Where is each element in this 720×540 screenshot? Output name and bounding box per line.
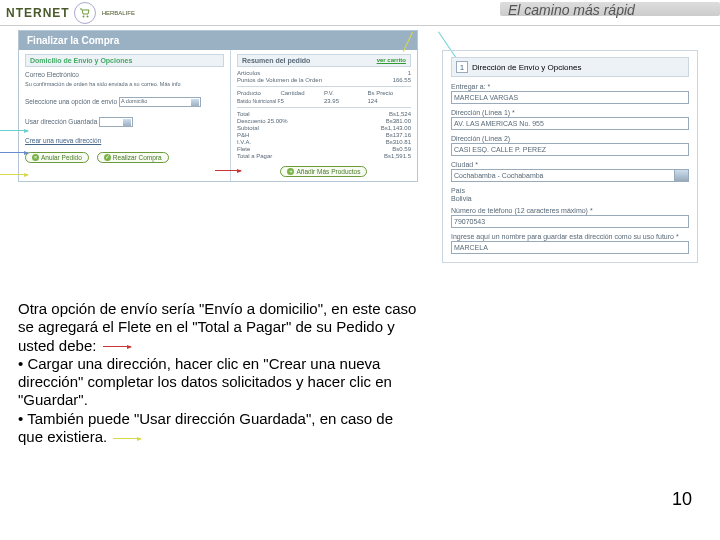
svg-point-0 [82,15,84,17]
city-label: Ciudad * [451,161,689,168]
checkout-box: Finalizar la Compra Domicilio de Envío y… [18,30,418,182]
explanation-text: Otra opción de envío sería "Envío a domi… [18,300,418,446]
address-panel: 1Dirección de Envío y Opciones Entregar … [442,50,698,263]
summary-title: Resumen del pedido [242,57,310,64]
step-number: 1 [456,61,468,73]
page-number: 10 [672,489,692,510]
phone-label: Número de teléfono (12 caracteres máximo… [451,207,689,214]
pointer-arrow [215,170,241,171]
view-cart-link[interactable]: ver carrito [377,57,406,64]
inline-arrow-icon [103,346,131,347]
shipping-select-label: Seleccione una opción de envío [25,98,117,105]
place-order-button[interactable]: ✓Realizar Compra [97,152,169,163]
saved-address-label: Usar dirección Guardada [25,118,97,125]
country-value: Bolivia [451,195,689,202]
shipping-select-row: Seleccione una opción de envío A domicil… [25,97,224,107]
saved-address-row: Usar dirección Guardada [25,117,224,127]
addr-line2-label: Dirección (Línea 2) [451,135,689,142]
save-name-input[interactable] [451,241,689,254]
top-banner: NTERNET HERBALIFE El camino más rápid [0,0,720,26]
cart-icon [74,2,96,24]
summary-product-row: Batido Nutricional Fórmula 1 - Fresa 550… [237,98,411,104]
step-shipping: Domicilio de Envío y Opciones [25,54,224,67]
pointer-arrow [0,130,28,131]
country-label: País [451,187,689,194]
plus-icon: + [287,168,294,175]
cancel-order-button[interactable]: ×Anular Pedido [25,152,89,163]
add-products-button[interactable]: +Añadir Más Productos [280,166,367,177]
deliver-to-input[interactable] [451,91,689,104]
shipping-select[interactable]: A domicilio [119,97,201,107]
tagline: El camino más rápid [504,2,720,18]
pointer-arrow [0,152,28,153]
email-label: Correo Electrónico [25,71,224,78]
inline-arrow-icon [113,438,141,439]
chevron-down-icon[interactable] [675,169,689,182]
deliver-to-label: Entregar a: * [451,83,689,90]
address-step: 1Dirección de Envío y Opciones [451,57,689,77]
svg-point-1 [86,15,88,17]
pointer-arrow [0,174,28,175]
phone-input[interactable] [451,215,689,228]
check-icon: ✓ [104,154,111,161]
saved-address-select[interactable] [99,117,133,127]
cancel-icon: × [32,154,39,161]
confirm-text: Su confirmación de orden ha sido enviada… [25,81,224,87]
create-address-link[interactable]: Crear una nueva dirección [25,137,101,144]
save-name-label: Ingrese aquí un nombre para guardar esta… [451,233,689,240]
addr-line1-label: Dirección (Línea 1) * [451,109,689,116]
logo-text: NTERNET [6,6,70,20]
summary-header: Resumen del pedido ver carrito [237,54,411,67]
logo-subtext: HERBALIFE [102,10,135,16]
checkout-title: Finalizar la Compra [19,31,417,50]
summary-cols: ProductoCantidadP.V.Bs Precio [237,90,411,96]
city-select[interactable] [451,169,675,182]
addr-line1-input[interactable] [451,117,689,130]
addr-line2-input[interactable] [451,143,689,156]
